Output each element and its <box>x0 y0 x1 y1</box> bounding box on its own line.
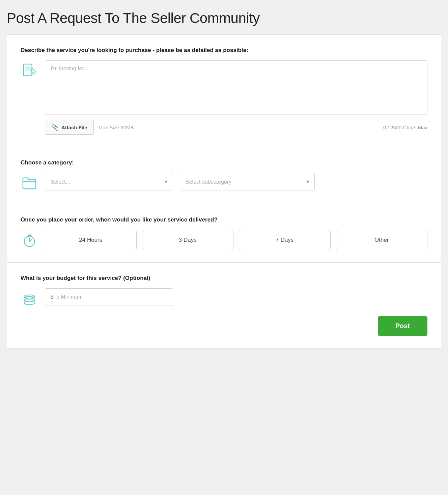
delivery-3d-button[interactable]: 3 Days <box>142 230 234 250</box>
svg-rect-4 <box>30 68 36 74</box>
describe-content: 📎 Attach File Max Size 30MB 0 / 2500 Cha… <box>45 60 427 135</box>
attach-file-label: Attach File <box>61 125 87 130</box>
delivery-other-button[interactable]: Other <box>336 230 428 250</box>
budget-input[interactable] <box>56 294 167 300</box>
post-button[interactable]: Post <box>378 316 427 336</box>
delivery-7d-button[interactable]: 7 Days <box>239 230 331 250</box>
budget-label: What is your budget for this service? (O… <box>21 275 427 282</box>
budget-input-wrapper: $ <box>45 288 173 306</box>
stopwatch-icon <box>21 231 38 249</box>
page-title: Post A Request To The Seller Community <box>7 10 441 26</box>
category-body: Select... ▼ Select subcategory ▼ <box>21 173 427 192</box>
category-select-wrapper: Select... ▼ <box>45 173 173 190</box>
category-section: Choose a category: Select... ▼ Select su <box>7 147 441 204</box>
delivery-24h-button[interactable]: 24 Hours <box>45 230 137 250</box>
delivery-label: Once you place your order, when would yo… <box>21 216 427 223</box>
document-edit-icon <box>21 62 38 79</box>
form-container: Describe the service you're looking to p… <box>7 34 441 348</box>
post-btn-row: Post <box>45 316 427 336</box>
svg-line-5 <box>31 73 33 75</box>
selects-row: Select... ▼ Select subcategory ▼ <box>45 173 427 190</box>
delivery-body: 24 Hours 3 Days 7 Days Other <box>21 230 427 250</box>
describe-label: Describe the service you're looking to p… <box>21 47 427 54</box>
subcategory-select[interactable]: Select subcategory <box>180 173 315 190</box>
describe-body: 📎 Attach File Max Size 30MB 0 / 2500 Cha… <box>21 60 427 135</box>
money-stack-icon <box>21 290 38 307</box>
svg-point-12 <box>24 302 35 305</box>
currency-symbol: $ <box>51 294 54 300</box>
budget-section: What is your budget for this service? (O… <box>7 263 441 348</box>
delivery-section: Once you place your order, when would yo… <box>7 204 441 263</box>
textarea-footer: 📎 Attach File Max Size 30MB 0 / 2500 Cha… <box>45 120 427 135</box>
subcategory-select-wrapper: Select subcategory ▼ <box>180 173 315 190</box>
describe-section: Describe the service you're looking to p… <box>7 35 441 147</box>
delivery-options: 24 Hours 3 Days 7 Days Other <box>45 230 427 250</box>
category-select[interactable]: Select... <box>45 173 173 190</box>
category-label: Choose a category: <box>21 159 427 166</box>
description-textarea[interactable] <box>45 60 427 114</box>
attach-file-button[interactable]: 📎 Attach File <box>45 120 94 135</box>
folder-icon <box>21 174 38 192</box>
max-size-text: Max Size 30MB <box>99 125 134 130</box>
paperclip-icon: 📎 <box>51 124 59 131</box>
budget-body: $ Post <box>21 288 427 336</box>
char-count: 0 / 2500 Chars Max <box>383 125 427 130</box>
budget-content: $ Post <box>45 288 427 336</box>
